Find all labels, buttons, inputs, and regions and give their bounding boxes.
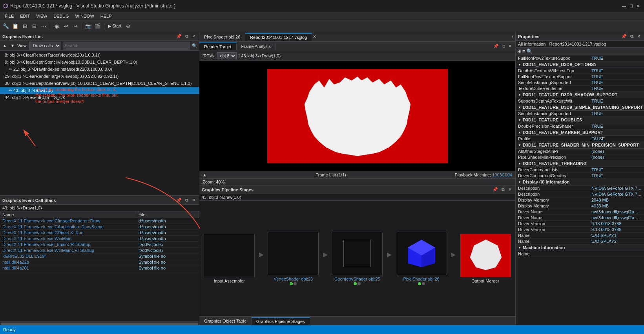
prop-section-shader-precision[interactable]: ▼ D3D11_FEATURE_SHADER_MIN_PRECISION_SUP… (516, 142, 644, 149)
prop-section-display[interactable]: ▼ Display (0) Information (516, 179, 644, 185)
frame-list-collapse[interactable]: ▲ (203, 173, 207, 177)
stage-box-vs[interactable] (268, 232, 319, 275)
props-pin-button[interactable]: 📌 (620, 33, 628, 39)
toolbar-sep-2 (82, 23, 82, 30)
subtab-frame-analysis[interactable]: Frame Analysis (237, 43, 276, 50)
cs-row-2[interactable]: DirectX 11 Framework.exe!CApplication::D… (0, 224, 199, 230)
toolbar-btn-2[interactable]: 📋 (11, 22, 20, 31)
cs-cell-file-3: d:\users\matth (136, 230, 199, 235)
menu-file[interactable]: FILE (2, 13, 17, 19)
props-sort-button[interactable]: ⊞ (517, 48, 522, 54)
gel-up-button[interactable]: ▲ (2, 42, 8, 49)
prop-name-concurrent: DriverConcurrentCreates (516, 173, 589, 178)
gel-item-21[interactable]: ✏ 21: obj:3->DrawIndexedInstanced(2280,1… (0, 66, 199, 73)
rt-close-button[interactable]: ✕ (507, 43, 513, 49)
stage-label-gs[interactable]: GeometryShader obj:25 (334, 277, 380, 281)
cs-table[interactable]: Name File DirectX 11 Framework.exe!CImag… (0, 211, 199, 321)
close-button[interactable]: ✕ (635, 3, 641, 9)
prop-section-instancing[interactable]: ▼ D3D11_FEATURE_D3D9_SIMPLE_INSTANCING_S… (516, 104, 644, 111)
menu-window[interactable]: WINDOW (72, 13, 97, 19)
prop-section-d3d9opt1[interactable]: ▼ D3D11_FEATURE_D3D9_OPTIONS1 (516, 61, 644, 68)
toolbar-btn-8[interactable]: ↪ (71, 22, 80, 31)
menu-debug[interactable]: DEBUG (50, 13, 72, 19)
props-close-button[interactable]: ✕ (636, 33, 642, 39)
stage-box-om[interactable] (460, 234, 511, 277)
bottom-scrollbar[interactable] (0, 321, 199, 325)
stage-box-ia[interactable] (204, 234, 255, 277)
btab-got[interactable]: Graphics Object Table (199, 317, 252, 325)
cs-row-7[interactable]: KERNEL32.DLL!1919f Symbol file no (0, 253, 199, 259)
cs-float-button[interactable]: ⧉ (184, 197, 190, 203)
maximize-button[interactable]: ☐ (628, 3, 634, 9)
gel-float-button[interactable]: ⧉ (184, 33, 190, 39)
cs-row-4[interactable]: DirectX 11 Framework.exe!WinMain d:\user… (0, 236, 199, 242)
toolbar-btn-10[interactable]: 🎬 (93, 22, 102, 31)
prop-section-threading[interactable]: ▼ D3D11_FEATURE_THREADING (516, 160, 644, 167)
cs-row-9[interactable]: ntdll.dll!4a201 Symbol file no (0, 265, 199, 271)
toolbar-btn-5[interactable]: ⋯ (39, 22, 48, 31)
cs-pin-button[interactable]: 📌 (175, 197, 183, 203)
rt-pin-button[interactable]: 📌 (492, 43, 500, 49)
props-content[interactable]: FullNonPow2TextureSuppo TRUE ▼ D3D11_FEA… (516, 55, 644, 325)
gel-search-input[interactable] (63, 42, 190, 50)
menu-view[interactable]: VIEW (33, 13, 50, 19)
stage-label-ps[interactable]: PixelShader obj:26 (403, 277, 439, 281)
gel-pin-button[interactable]: 📌 (175, 33, 183, 39)
props-search-button[interactable]: 🔍 (526, 48, 533, 54)
gel-close-button[interactable]: ✕ (191, 33, 197, 39)
gel-item-44[interactable]: 44: obj:1->Present(0,0) = S_OK (0, 94, 199, 101)
subtab-render-target[interactable]: Render Target (199, 42, 237, 50)
prop-section-marker[interactable]: ▼ D3D11_FEATURE_MARKER_SUPPORT (516, 129, 644, 136)
cs-row-6[interactable]: DirectX 11 Framework.exe!WinMainCRTStart… (0, 248, 199, 253)
props-filter-button[interactable]: ≡ (522, 48, 525, 54)
playback-link[interactable]: 1903C004 (492, 173, 512, 177)
gel-item-43[interactable]: ✏ 43: obj:3->Draw(1,0) (0, 87, 199, 94)
cs-row-5[interactable]: DirectX 11 Framework.exe!_tmainCRTStartu… (0, 242, 199, 248)
cs-row-1[interactable]: DirectX 11 Framework.exe!CImageRenderer:… (0, 218, 199, 224)
cs-row-8[interactable]: ntdll.dll!4a22b Symbol file no (0, 259, 199, 265)
menu-edit[interactable]: EDIT (17, 13, 33, 19)
cs-close-button[interactable]: ✕ (191, 197, 197, 203)
center-expand-button[interactable]: ⟩ (509, 34, 515, 39)
prop-name-psminprecision: PixelShaderMinPrecision (516, 154, 589, 160)
gel-item-29[interactable]: 29: obj:3->ClearRenderTargetView(obj:8,(… (0, 73, 199, 80)
stage-arrow-2: ▶ (323, 251, 328, 258)
toolbar-btn-11[interactable]: ⊕ (124, 22, 132, 31)
pipeline-close-button[interactable]: ✕ (507, 187, 513, 193)
prop-section-shadow[interactable]: ▼ D3D11_FEATURE_D3D9_SHADOW_SUPPORT (516, 92, 644, 98)
toolbar-btn-4[interactable]: ⊟ (30, 22, 38, 31)
pipeline-pin-button[interactable]: 📌 (491, 187, 499, 193)
toolbar-btn-1[interactable]: 🔧 (2, 22, 10, 31)
prop-section-doubles[interactable]: ▼ D3D11_FEATURE_DOUBLES (516, 117, 644, 123)
toolbar-btn-3[interactable]: ⊞ (20, 22, 29, 31)
props-expand-button[interactable]: ⧉ (629, 33, 635, 39)
minimize-button[interactable]: — (621, 3, 627, 9)
rt-expand-button[interactable]: ⧉ (501, 43, 506, 49)
stage-label-vs[interactable]: VertexShader obj:23 (274, 277, 313, 281)
stage-geometry-shader: GeometryShader obj:25 (332, 232, 383, 285)
btab-gps[interactable]: Graphics Pipeline Stages (252, 317, 310, 325)
pipeline-expand-button[interactable]: ⧉ (500, 187, 506, 193)
prop-section-machine[interactable]: ▼ Machine Information (516, 244, 644, 251)
stage-box-ps[interactable] (396, 232, 447, 275)
menu-help[interactable]: HELP (97, 13, 115, 19)
stage-box-gs[interactable] (332, 232, 383, 275)
props-subtitle: All Information Report20141001-1217.vsgl… (516, 41, 644, 48)
tab-pixelshader[interactable]: PixelShader obj:26 (199, 33, 245, 40)
toolbar-capture[interactable]: ◉ (52, 22, 61, 31)
toolbar-btn-7[interactable]: ↩ (62, 22, 70, 31)
gel-view-select[interactable]: Draw calls (29, 42, 61, 50)
gel-item-30[interactable]: 30: obj:3->ClearDepthStencilView(obj:10,… (0, 80, 199, 87)
gel-down-button[interactable]: ▼ (9, 42, 16, 49)
gel-item-8[interactable]: 8: obj:3->ClearRenderTargetView(obj:20,(… (0, 51, 199, 59)
gel-search-icon[interactable]: 🔍 (192, 43, 197, 48)
tab-vsglog[interactable]: Report20141001-1217.vsglog (245, 33, 312, 41)
toolbar-btn-9[interactable]: 📷 (84, 22, 93, 31)
cs-row-3[interactable]: DirectX 11 Framework.exe!CDirect X::Run … (0, 230, 199, 236)
cs-cell-file-6: f:\dd\vctools\ (136, 248, 199, 253)
tab-close-button[interactable]: ✕ (313, 34, 316, 39)
gel-content[interactable]: 8: obj:3->ClearRenderTargetView(obj:20,(… (0, 51, 199, 195)
rtv-select[interactable]: obj:8 (217, 52, 237, 59)
rt-red-background (267, 69, 448, 163)
gel-item-9[interactable]: 9: obj:3->ClearDepthStencilView(obj:10,D… (0, 59, 199, 66)
